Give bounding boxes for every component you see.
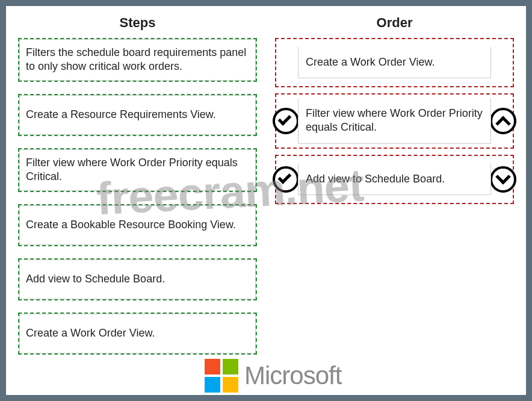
step-text: Create a Work Order View. [19,314,256,353]
step-item[interactable]: Create a Bookable Resource Booking View. [18,204,257,246]
step-text: Filters the schedule board requirements … [19,39,256,81]
order-header: Order [275,15,514,31]
step-item[interactable]: Filters the schedule board requirements … [18,38,257,82]
step-text: Create a Resource Requirements View. [19,95,256,135]
logo-square-green [223,359,238,375]
microsoft-logo-icon [205,359,238,393]
order-text: Add view to Schedule Board. [298,164,491,195]
step-item[interactable]: Filter view where Work Order Priority eq… [18,148,257,192]
chevron-up-icon[interactable] [490,108,516,134]
step-text: Add view to Schedule Board. [19,260,256,299]
order-text: Filter view where Work Order Priority eq… [298,98,491,144]
order-item[interactable]: Create a Work Order View. [275,38,514,87]
step-text: Filter view where Work Order Priority eq… [19,149,256,191]
order-item[interactable]: Filter view where Work Order Priority eq… [275,93,514,149]
chevron-down-icon[interactable] [490,166,516,193]
main-container: freecram.net Steps Filters the schedule … [6,6,526,395]
logo-square-blue [205,377,220,393]
step-text: Create a Bookable Resource Booking View. [19,205,256,245]
steps-column: Steps Filters the schedule board require… [18,15,257,386]
logo-square-red [205,359,220,375]
step-item[interactable]: Add view to Schedule Board. [18,258,257,300]
microsoft-logo-text: Microsoft [244,361,341,390]
order-column: Order Create a Work Order View. Filter v… [275,15,514,386]
steps-header: Steps [18,15,257,31]
check-icon[interactable] [273,108,299,134]
step-item[interactable]: Create a Work Order View. [18,312,257,355]
order-text: Create a Work Order View. [298,47,491,78]
check-icon[interactable] [273,166,299,193]
step-item[interactable]: Create a Resource Requirements View. [18,94,257,136]
order-item[interactable]: Add view to Schedule Board. [275,155,514,204]
microsoft-logo: Microsoft [205,359,341,393]
columns-wrapper: Steps Filters the schedule board require… [18,15,514,386]
logo-square-yellow [223,377,238,393]
